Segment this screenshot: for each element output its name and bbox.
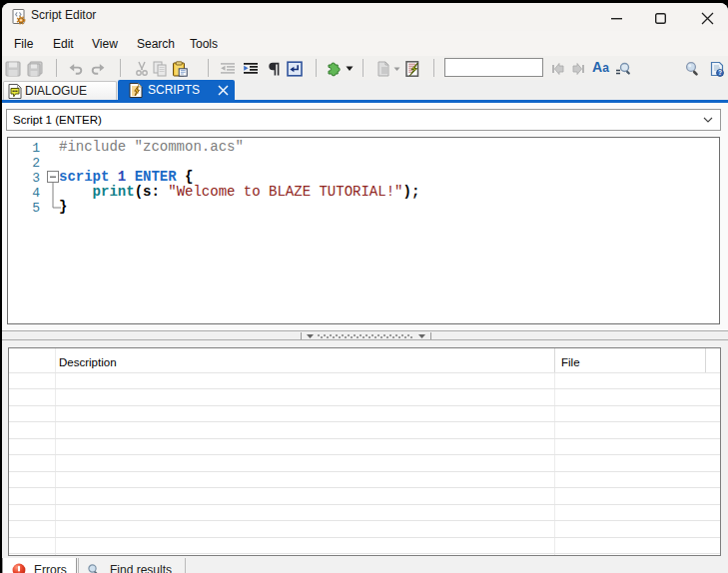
svg-text:?: ? bbox=[718, 69, 722, 76]
